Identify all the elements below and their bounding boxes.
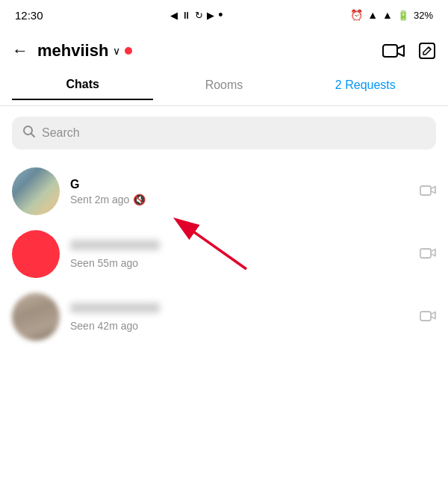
chat-name-blurred-3	[70, 303, 160, 313]
pause-icon: ⏸	[181, 10, 191, 21]
svg-rect-3	[420, 186, 431, 195]
video-call-button[interactable]	[382, 42, 405, 60]
mute-icon-1: 🔇	[133, 194, 146, 206]
avatar-3	[12, 293, 60, 341]
username-area[interactable]: mehviish ∨	[37, 41, 132, 61]
tab-requests[interactable]: 2 Requests	[295, 78, 436, 99]
avatar-2	[12, 230, 60, 278]
chat-subtext-1: Sent 2m ago 🔇	[70, 194, 409, 206]
chat-subtext-3: Seen 42m ago	[70, 320, 409, 332]
signal-icon: ▲	[382, 9, 393, 21]
search-bar[interactable]: Search	[12, 117, 436, 149]
tabs-bar: Chats Rooms 2 Requests	[0, 72, 448, 106]
sync-icon: ↻	[195, 10, 203, 21]
dot-icon: •	[218, 8, 223, 22]
tab-rooms[interactable]: Rooms	[153, 78, 294, 99]
svg-rect-4	[420, 249, 431, 258]
battery-percent: 32%	[414, 10, 433, 21]
chat-item-3[interactable]: Seen 42m ago	[0, 285, 448, 348]
search-icon	[22, 125, 36, 141]
location-icon: ◀	[170, 10, 178, 21]
chevron-down-icon: ∨	[113, 45, 120, 57]
avatar-1	[12, 167, 60, 215]
chat-info-3: Seen 42m ago	[70, 303, 409, 332]
username-label: mehviish	[37, 41, 108, 61]
chat-name-1: G	[70, 178, 409, 191]
svg-rect-0	[383, 45, 397, 57]
alarm-icon: ⏰	[350, 9, 363, 21]
status-right-icons: ⏰ ▲ ▲ 🔋 32%	[350, 9, 433, 21]
header-left: ← mehviish ∨	[12, 41, 132, 61]
status-time: 12:30	[15, 9, 43, 22]
chat-item-2[interactable]: Seen 55m ago	[0, 223, 448, 285]
chat-subtext-2: Seen 55m ago	[70, 257, 409, 269]
chat-info-2: Seen 55m ago	[70, 240, 409, 269]
camera-icon-2[interactable]	[420, 246, 436, 263]
compose-icon	[418, 42, 436, 60]
battery-icon: 🔋	[397, 10, 409, 21]
camera-icon-1[interactable]	[420, 183, 436, 200]
header: ← mehviish ∨	[0, 30, 448, 72]
chat-info-1: G Sent 2m ago 🔇	[70, 178, 409, 206]
status-icons: ◀ ⏸ ↻ ▶ •	[170, 8, 223, 22]
chat-name-blurred-2	[70, 240, 160, 250]
header-right	[382, 42, 436, 60]
svg-rect-1	[420, 43, 435, 58]
back-button[interactable]: ←	[12, 41, 28, 61]
status-bar: 12:30 ◀ ⏸ ↻ ▶ • ⏰ ▲ ▲ 🔋 32%	[0, 0, 448, 30]
compose-button[interactable]	[418, 42, 436, 60]
tab-chats[interactable]: Chats	[12, 78, 153, 100]
online-status-dot	[125, 47, 132, 55]
camera-icon-3[interactable]	[420, 309, 436, 326]
youtube-icon: ▶	[207, 10, 214, 21]
video-call-icon	[382, 42, 405, 60]
chat-list: G Sent 2m ago 🔇 Seen 55m ago	[0, 160, 448, 348]
svg-rect-5	[420, 312, 431, 321]
chat-item-1[interactable]: G Sent 2m ago 🔇	[0, 160, 448, 223]
search-placeholder: Search	[42, 126, 80, 140]
wifi-icon: ▲	[367, 9, 378, 21]
